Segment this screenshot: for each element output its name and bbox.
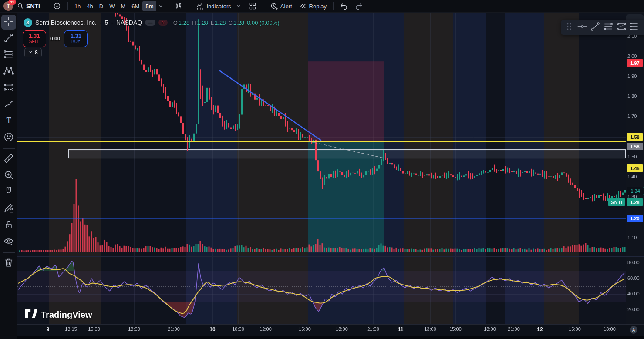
magnet-icon <box>3 186 14 199</box>
instrument-logo: S <box>24 18 32 27</box>
symbol-search[interactable]: SNTI <box>14 1 43 11</box>
interval-w-button[interactable]: W <box>106 1 118 11</box>
trend-line-tool-button[interactable] <box>1 31 16 46</box>
horizontal-line-tool-button[interactable] <box>576 21 589 34</box>
alert-button[interactable]: Alert <box>267 1 295 11</box>
sell-price: 1.31 <box>29 33 40 39</box>
interval-menu-button[interactable] <box>157 1 164 11</box>
time-axis-label: 18:00 <box>128 326 140 332</box>
time-axis-label: 13:15 <box>65 326 77 332</box>
plus-circle-icon <box>53 2 61 10</box>
drag-handle-icon <box>566 22 572 33</box>
long-position-icon <box>3 82 14 95</box>
time-axis-label: 15:00 <box>88 326 100 332</box>
long-position-tool-button[interactable] <box>1 81 16 96</box>
drawing-toolbar: T <box>0 12 17 339</box>
price-label-1-58: 1.58 <box>627 133 643 141</box>
alert-clock-icon <box>270 2 278 10</box>
ruler-icon <box>3 153 14 166</box>
separator-dot: · <box>100 19 102 26</box>
ruler-tool-button[interactable] <box>1 152 16 167</box>
time-axis-day-label: 12 <box>537 326 543 332</box>
parallel-channel-icon <box>603 21 614 34</box>
price-label-1-97: 1.97 <box>627 59 643 67</box>
brush-icon <box>3 98 14 111</box>
buy-button[interactable]: 1.31 BUY <box>64 30 88 47</box>
undo-button[interactable] <box>337 1 351 11</box>
chart-legend[interactable]: S Senti Biosciences, Inc. · 5 · NASDAQ —… <box>24 18 280 27</box>
sell-button[interactable]: 1.31 SELL <box>23 30 46 47</box>
redo-icon <box>355 2 363 10</box>
add-symbol-button[interactable] <box>50 1 64 11</box>
buy-label: BUY <box>71 39 81 44</box>
interval-d-button[interactable]: D <box>96 1 106 11</box>
interval-m-button[interactable]: M <box>118 1 129 11</box>
close-value: 1.28 <box>233 20 244 26</box>
tradingview-logo-icon <box>24 309 37 321</box>
layout-button[interactable] <box>246 1 260 11</box>
indicator-templates-button[interactable] <box>235 1 242 11</box>
multi-lines-tool-button[interactable] <box>628 21 641 34</box>
time-axis-label: 10:00 <box>232 326 244 332</box>
redo-button[interactable] <box>352 1 366 11</box>
interval-5m-button[interactable]: 5m <box>142 1 156 11</box>
time-axis-label: 21:00 <box>168 326 180 332</box>
crosshair-tool-button[interactable] <box>1 15 16 30</box>
hide-drawings-icon <box>3 235 14 248</box>
trade-panel: 1.31 SELL 0.00 1.31 BUY <box>23 30 88 47</box>
delayed-data-icon[interactable]: ≈ <box>158 20 168 26</box>
chart-canvas[interactable] <box>0 0 644 339</box>
text-tool-button[interactable]: T <box>1 114 16 129</box>
lot-size-selector[interactable]: 8 <box>24 48 42 57</box>
price-tick-label: 80.00 <box>627 260 640 265</box>
interval-6m-button[interactable]: 6M <box>128 1 142 11</box>
divider <box>168 2 168 10</box>
indicators-button[interactable]: Indicators <box>193 1 234 11</box>
lock-all-tool-button[interactable] <box>1 218 16 233</box>
fib-retracement-tool-button[interactable] <box>1 48 16 63</box>
market-status-icon[interactable]: — <box>145 20 155 26</box>
exchange-name: NASDAQ <box>116 19 142 26</box>
chevron-down-icon <box>158 3 163 9</box>
remove-drawings-tool-button[interactable] <box>1 256 16 271</box>
low-label: L <box>211 20 214 26</box>
drag-handle-button[interactable] <box>563 21 576 34</box>
price-tick-label: 60.00 <box>627 275 640 281</box>
search-icon <box>17 3 24 10</box>
brush-tool-button[interactable] <box>1 97 16 112</box>
chevron-down-icon <box>28 50 33 56</box>
interval-1h-button[interactable]: 1h <box>71 1 84 11</box>
magnet-tool-button[interactable] <box>1 185 16 200</box>
ohlc-values: O1.28 H1.28 L1.28 C1.28 0.00 (0.00%) <box>173 20 280 26</box>
parallel-channel-tool-button[interactable] <box>602 21 615 34</box>
user-avatar[interactable]: T 11 <box>3 1 13 11</box>
replay-button[interactable]: Replay <box>296 1 330 11</box>
indicators-icon <box>196 2 204 10</box>
price-label-1-20: 1.20 <box>627 215 643 222</box>
fib-lines-icon <box>616 21 627 34</box>
trend-line-tool-button[interactable] <box>589 21 602 34</box>
interval-4h-button[interactable]: 4h <box>84 1 96 11</box>
svg-text:T: T <box>6 116 11 125</box>
buy-price: 1.31 <box>71 33 81 39</box>
hide-drawings-tool-button[interactable] <box>1 235 16 249</box>
price-tick-label: 40.00 <box>627 291 640 296</box>
price-label-1-28: 1.28 <box>627 198 643 206</box>
emoji-tool-button[interactable] <box>1 131 16 145</box>
chart-type-button[interactable] <box>172 1 185 11</box>
spread-value: 0.00 <box>50 36 60 42</box>
time-axis-label: 18:00 <box>484 326 496 332</box>
fib-lines-tool-button[interactable] <box>615 21 628 34</box>
toolbar-divider <box>3 148 15 149</box>
separator-dot: · <box>111 19 113 26</box>
symbol-name: Senti Biosciences, Inc. <box>35 19 97 26</box>
alert-label: Alert <box>280 3 292 10</box>
draw-lock-tool-button[interactable] <box>1 201 16 216</box>
auto-scale-button[interactable]: A <box>630 326 637 334</box>
lot-value: 8 <box>35 50 38 56</box>
price-label-1-34: 1.34 <box>627 187 644 195</box>
chevron-down-icon <box>236 3 241 9</box>
zoom-in-tool-button[interactable] <box>1 168 16 183</box>
time-axis-label: 21:00 <box>367 326 379 332</box>
xabcd-pattern-tool-button[interactable] <box>1 64 16 79</box>
